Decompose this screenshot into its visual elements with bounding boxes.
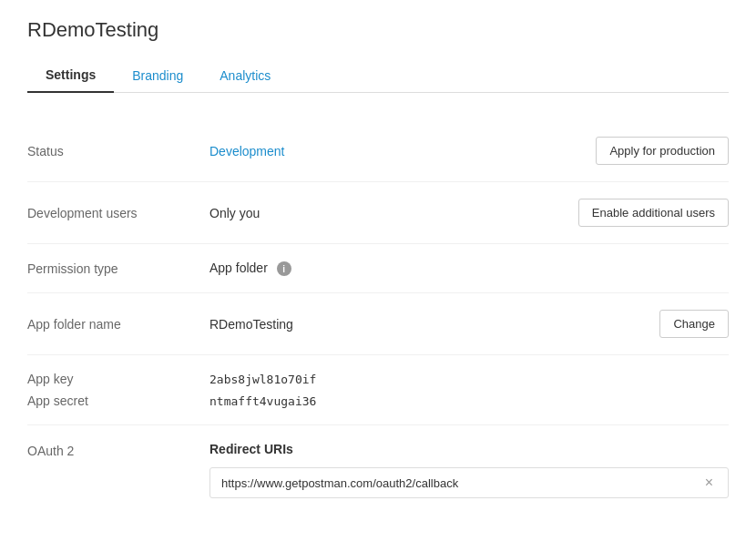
status-label: Status [27,144,209,158]
app-secret-row: App secret ntmafft4vugai36 [27,390,729,412]
status-value: Development [209,144,596,158]
oauth-row: OAuth 2 Redirect URIs https://www.getpos… [27,425,729,515]
dev-users-label: Development users [27,206,209,220]
change-folder-button[interactable]: Change [659,310,729,338]
apply-for-production-button[interactable]: Apply for production [596,137,729,165]
remove-uri-button[interactable]: × [701,475,717,490]
uri-value: https://www.getpostman.com/oauth2/callba… [221,476,701,490]
oauth-content: Redirect URIs https://www.getpostman.com… [209,442,729,498]
tab-analytics[interactable]: Analytics [201,58,289,92]
permission-type-label: Permission type [27,261,209,276]
permission-type-row: Permission type App folder i [27,244,729,293]
permission-type-value: App folder i [209,261,729,276]
credentials-section: App key 2abs8jwl81o70if App secret ntmaf… [27,355,729,425]
tab-settings[interactable]: Settings [27,58,114,93]
app-secret-label: App secret [27,394,209,408]
tab-branding[interactable]: Branding [114,58,201,92]
oauth-label: OAuth 2 [27,442,209,498]
oauth-section-title: Redirect URIs [209,442,729,456]
page-title: RDemoTesting [27,18,729,42]
app-folder-name-action: Change [659,310,729,338]
app-folder-name-label: App folder name [27,317,209,332]
dev-users-value: Only you [209,206,578,220]
tabs-container: Settings Branding Analytics [27,58,729,93]
status-action: Apply for production [596,137,729,165]
app-folder-name-value: RDemoTesting [209,317,659,332]
app-key-label: App key [27,372,209,386]
app-key-row: App key 2abs8jwl81o70if [27,368,729,390]
dev-users-row: Development users Only you Enable additi… [27,182,729,244]
uri-row: https://www.getpostman.com/oauth2/callba… [209,467,729,498]
permission-type-info-icon[interactable]: i [277,261,291,276]
enable-additional-users-button[interactable]: Enable additional users [578,199,729,227]
dev-users-action: Enable additional users [578,199,729,227]
app-key-value: 2abs8jwl81o70if [209,373,316,386]
app-secret-value: ntmafft4vugai36 [209,394,316,408]
status-row: Status Development Apply for production [27,120,729,182]
app-folder-name-row: App folder name RDemoTesting Change [27,293,729,355]
